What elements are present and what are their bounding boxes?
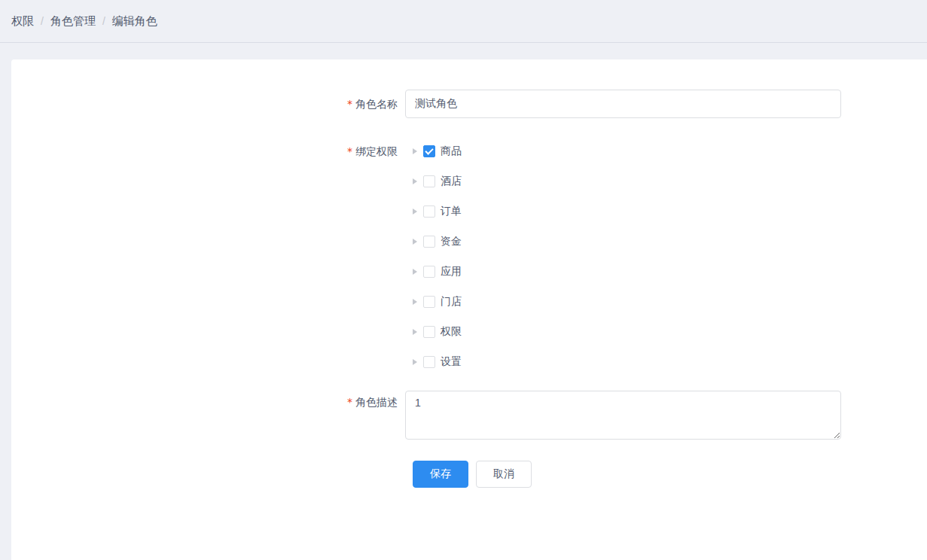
breadcrumb-item-permission[interactable]: 权限 [11, 14, 34, 29]
tree-node-label[interactable]: 门店 [441, 295, 462, 309]
role-desc-control: 1 [405, 391, 841, 443]
breadcrumb-item-role-management[interactable]: 角色管理 [50, 14, 96, 29]
role-desc-label: *角色描述 [11, 391, 405, 443]
checkbox[interactable] [423, 326, 435, 338]
chevron-right-icon[interactable] [413, 359, 417, 365]
chevron-right-icon[interactable] [413, 208, 417, 215]
edit-role-card: *角色名称 *绑定权限 商品 酒店 [11, 59, 927, 560]
form-item-role-desc: *角色描述 1 [11, 391, 927, 443]
role-name-input[interactable] [405, 90, 841, 118]
role-desc-label-text: 角色描述 [355, 396, 398, 408]
chevron-right-icon[interactable] [413, 269, 417, 275]
form-actions: 保存 取消 [11, 461, 927, 488]
tree-node-application: 应用 [413, 257, 462, 287]
chevron-right-icon[interactable] [413, 148, 417, 154]
checkbox[interactable] [423, 175, 435, 187]
permissions-label-text: 绑定权限 [355, 145, 398, 157]
tree-node-hotel: 酒店 [413, 166, 462, 196]
role-name-control [405, 90, 841, 118]
breadcrumb-separator: / [102, 15, 105, 27]
checkbox[interactable] [423, 296, 435, 308]
breadcrumb: 权限 / 角色管理 / 编辑角色 [11, 14, 157, 29]
tree-node-label[interactable]: 商品 [441, 145, 462, 158]
role-desc-textarea[interactable]: 1 [405, 391, 841, 440]
chevron-right-icon[interactable] [413, 299, 417, 305]
required-asterisk: * [347, 98, 352, 110]
tree-node-label[interactable]: 订单 [441, 205, 462, 218]
checkbox[interactable] [423, 266, 435, 278]
edit-role-form: *角色名称 *绑定权限 商品 酒店 [11, 59, 927, 488]
permissions-tree: 商品 酒店 订单 资金 [405, 136, 462, 377]
tree-node-label[interactable]: 设置 [441, 355, 462, 369]
chevron-right-icon[interactable] [413, 178, 417, 184]
breadcrumb-bar: 权限 / 角色管理 / 编辑角色 [0, 0, 927, 43]
tree-node-label[interactable]: 权限 [441, 325, 462, 339]
checkbox[interactable] [423, 356, 435, 368]
checkbox[interactable] [423, 205, 435, 218]
tree-node-permission: 权限 [413, 317, 462, 347]
save-button[interactable]: 保存 [413, 461, 468, 488]
chevron-right-icon[interactable] [413, 239, 417, 245]
form-item-permissions: *绑定权限 商品 酒店 订单 [11, 136, 927, 377]
required-asterisk: * [347, 145, 352, 157]
breadcrumb-item-edit-role: 编辑角色 [112, 14, 157, 29]
tree-node-order: 订单 [413, 196, 462, 227]
role-name-label-text: 角色名称 [355, 98, 398, 110]
tree-node-settings: 设置 [413, 347, 462, 377]
tree-node-store: 门店 [413, 287, 462, 317]
tree-node-goods: 商品 [413, 136, 462, 166]
required-asterisk: * [347, 396, 352, 408]
form-item-role-name: *角色名称 [11, 90, 927, 118]
role-name-label: *角色名称 [11, 90, 405, 118]
checkbox[interactable] [423, 236, 435, 248]
checkbox[interactable] [423, 145, 435, 157]
tree-node-label[interactable]: 应用 [441, 265, 462, 278]
chevron-right-icon[interactable] [413, 329, 417, 335]
cancel-button[interactable]: 取消 [476, 461, 532, 488]
tree-node-label[interactable]: 酒店 [441, 175, 462, 188]
permissions-label: *绑定权限 [11, 136, 405, 377]
tree-node-label[interactable]: 资金 [441, 235, 462, 248]
breadcrumb-separator: / [41, 15, 44, 27]
tree-node-funds: 资金 [413, 227, 462, 257]
